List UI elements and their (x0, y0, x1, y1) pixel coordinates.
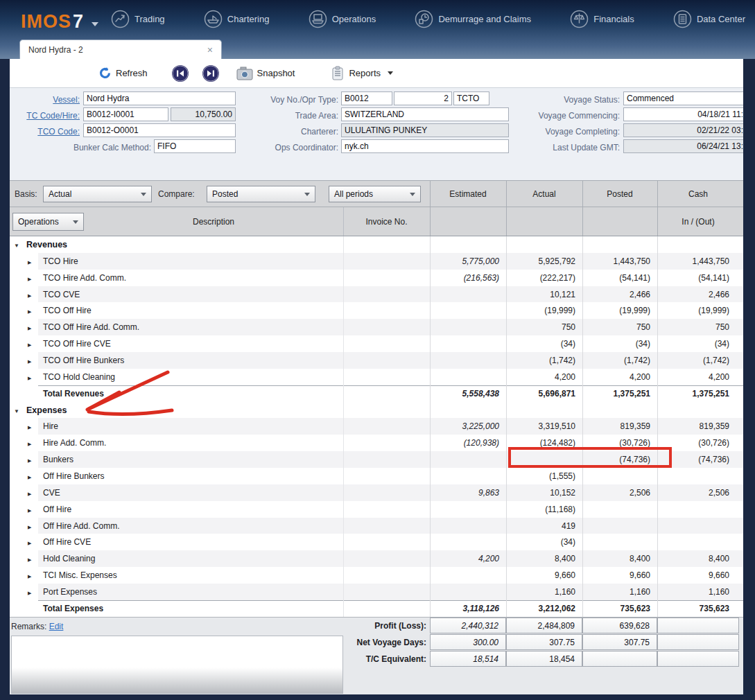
previous-record-button[interactable] (171, 64, 189, 82)
tc-code-field[interactable]: B0012-I0001 (83, 107, 168, 121)
snapshot-button[interactable]: Snapshot (236, 67, 295, 80)
row-off-hire[interactable]: Off Hire(11,168) (10, 501, 743, 518)
nav-item-chartering[interactable]: Chartering (204, 10, 270, 28)
voy-number-field[interactable]: 2 (394, 91, 452, 105)
nav-item-operations[interactable]: Operations (309, 10, 376, 28)
last-update-gmt-label: Last Update GMT: (495, 141, 620, 155)
trading-icon (111, 10, 130, 28)
row-tco-off-hire[interactable]: TCO Off Hire(19,999)(19,999)(19,999) (10, 302, 743, 319)
voy-no-field[interactable]: B0012 (341, 91, 392, 105)
row-expenses[interactable]: Expenses (10, 402, 743, 419)
toolbar: Refresh Snapshot Reports (10, 59, 743, 88)
close-icon[interactable]: × (207, 45, 213, 55)
column-header-description[interactable]: Description (84, 207, 343, 236)
net-voyage-days-label: Net Voyage Days: (211, 634, 428, 651)
column-header-invoice-no[interactable]: Invoice No. (343, 207, 430, 236)
camera-icon (236, 67, 253, 80)
nav-item-demurrage-claims[interactable]: Demurrage and Claims (415, 10, 531, 28)
row-off-hire-cve[interactable]: Off Hire CVE(34) (10, 534, 743, 550)
refresh-icon (98, 67, 112, 80)
net-voyage-days-row: Net Voyage Days: 300.00 307.75 307.75 (10, 634, 743, 651)
voy-no-opr-type-label: Voy No./Opr Type: (243, 93, 338, 107)
row-off-hire-add-comm[interactable]: Off Hire Add. Comm.419 (10, 518, 743, 534)
vessel-field[interactable]: Nord Hydra (83, 91, 236, 105)
skip-next-icon (202, 64, 220, 82)
row-tco-off-hire-bunkers[interactable]: TCO Off Hire Bunkers(1,742)(1,742)(1,742… (10, 352, 743, 369)
tco-code-field[interactable]: B0012-O0001 (83, 123, 236, 137)
basis-select[interactable]: Actual (43, 186, 152, 202)
next-record-button[interactable] (202, 64, 220, 82)
row-off-hire-bunkers[interactable]: Off Hire Bunkers(1,555) (10, 468, 743, 484)
tc-equivalent-label: T/C Equivalent: (211, 651, 428, 667)
voyage-commencing-label: Voyage Commencing: (495, 109, 620, 123)
row-total-revenues: Total Revenues5,558,4385,696,8711,375,25… (10, 385, 743, 402)
charterer-label: Charterer: (243, 125, 338, 139)
refresh-button[interactable]: Refresh (98, 67, 148, 80)
voyage-pnl-panel: Refresh Snapshot Reports Vessel: Nord Hy… (10, 59, 743, 694)
top-navigation: IMOS 7 Trading Chartering Operations Dem… (0, 0, 755, 59)
summary-area: Remarks: Edit Profit (Loss): 2,440,312 2… (10, 617, 743, 694)
voyage-completing-label: Voyage Completing: (495, 125, 620, 139)
column-header-posted[interactable]: Posted (582, 181, 657, 207)
vessel-label[interactable]: Vessel: (11, 93, 80, 107)
pnl-table: Revenues TCO Hire5,775,0005,925,7921,443… (10, 236, 743, 617)
trade-area-field[interactable]: SWITZERLAND (341, 107, 509, 121)
charterer-field: ULULATING PUNKEY (341, 123, 509, 137)
column-header-cash-in-out: In / (Out) (657, 207, 739, 236)
row-tco-hire-add-comm[interactable]: TCO Hire Add. Comm.(216,563)(222,217)(54… (10, 270, 743, 286)
row-port-expenses[interactable]: Port Expenses1,1601,1601,160 (10, 584, 743, 600)
voyage-commencing-field[interactable]: 04/18/21 11: (623, 107, 743, 121)
operations-group-select[interactable]: Operations (12, 213, 84, 231)
reports-dropdown[interactable]: Reports (331, 66, 393, 80)
row-tco-off-hire-cve[interactable]: TCO Off Hire CVE(34)(34)(34) (10, 335, 743, 352)
row-tco-hire[interactable]: TCO Hire5,775,0005,925,7921,443,7501,443… (10, 253, 743, 270)
reports-caret-icon (388, 71, 393, 75)
chevron-down-icon (73, 220, 78, 224)
row-tco-hold-cleaning[interactable]: TCO Hold Cleaning4,2004,2004,200 (10, 369, 743, 385)
column-header-cash[interactable]: Cash (657, 181, 739, 207)
nav-item-trading[interactable]: Trading (111, 10, 165, 28)
row-hire-add-comm[interactable]: Hire Add. Comm.(120,938)(124,482)(30,726… (10, 435, 743, 451)
row-bunkers[interactable]: Bunkers(74,736)(74,736) (10, 451, 743, 468)
nav-item-data-center[interactable]: Data Center (673, 10, 745, 28)
trade-area-label: Trade Area: (243, 109, 338, 123)
operations-icon (309, 10, 327, 28)
chevron-down-icon (410, 193, 415, 196)
row-cve[interactable]: CVE9,86310,1522,5062,506 (10, 484, 743, 501)
financials-icon (570, 10, 589, 28)
nav-item-financials[interactable]: Financials (570, 10, 634, 28)
column-header-estimated[interactable]: Estimated (430, 181, 506, 207)
ops-coordinator-label: Ops Coordinator: (243, 141, 338, 155)
skip-previous-icon (171, 64, 189, 82)
tc-hire-rate-field: 10,750.00 (171, 107, 236, 121)
compare-select[interactable]: Posted (207, 186, 315, 202)
voyage-status-field[interactable]: Commenced (623, 91, 743, 105)
imos-logo-menu[interactable]: IMOS 7 (21, 11, 98, 33)
opr-type-field[interactable]: TCTO (453, 91, 489, 105)
voyage-completing-field: 02/21/22 03: (623, 123, 743, 137)
tc-code-hire-label[interactable]: TC Code/Hire: (11, 109, 80, 123)
compare-label: Compare: (158, 181, 195, 207)
row-hire[interactable]: Hire3,225,0003,319,510819,359819,359 (10, 418, 743, 435)
row-revenues[interactable]: Revenues (10, 236, 743, 253)
ops-coordinator-field[interactable]: nyk.ch (341, 139, 509, 153)
filter-band: Basis: Actual Compare: Posted All period… (10, 180, 743, 207)
report-icon (331, 66, 345, 80)
voyage-status-label: Voyage Status: (495, 93, 620, 107)
logo-dropdown-caret-icon (92, 22, 98, 26)
nav-menu: Trading Chartering Operations Demurrage … (111, 10, 745, 28)
row-tci-misc-expenses[interactable]: TCI Misc. Expenses9,6609,6609,660 (10, 567, 743, 584)
bunker-calc-method-field[interactable]: FIFO (154, 139, 236, 153)
chevron-down-icon (141, 193, 146, 196)
row-tco-cve[interactable]: TCO CVE10,1212,4662,466 (10, 286, 743, 303)
column-header-band: Operations Description Invoice No. In / … (10, 207, 743, 236)
period-select[interactable]: All periods (329, 186, 421, 202)
tco-code-label[interactable]: TCO Code: (11, 125, 80, 139)
data-center-icon (673, 10, 692, 28)
voyage-tab[interactable]: Nord Hydra - 2 × (19, 40, 222, 59)
row-tco-off-hire-add-comm[interactable]: TCO Off Hire Add. Comm.750750750 (10, 319, 743, 335)
column-header-actual[interactable]: Actual (506, 181, 582, 207)
last-update-gmt-field: 06/24/21 13: (623, 139, 743, 153)
logo-text: IMOS (21, 11, 71, 33)
row-hold-cleaning[interactable]: Hold Cleaning4,2008,4008,4008,400 (10, 550, 743, 567)
